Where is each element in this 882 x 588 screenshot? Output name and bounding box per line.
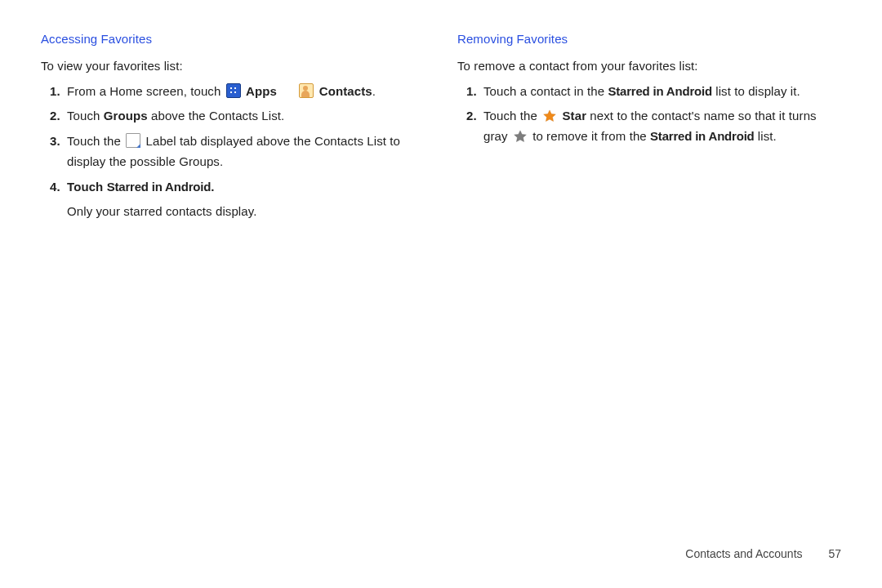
r-step-2: Touch the Star next to the contact's nam… bbox=[480, 106, 841, 147]
step-3-a: Touch the bbox=[67, 134, 124, 148]
page-footer: Contacts and Accounts 57 bbox=[685, 547, 841, 560]
r-step-2-d: to remove it from the bbox=[532, 129, 650, 143]
removing-intro: To remove a contact from your favorites … bbox=[457, 56, 841, 77]
footer-page-number: 57 bbox=[828, 547, 841, 560]
step-1-text-a: From a Home screen, touch bbox=[67, 84, 225, 98]
r-step-1-a: Touch a contact in the bbox=[483, 84, 608, 98]
left-column: Accessing Favorites To view your favorit… bbox=[41, 29, 425, 227]
accessing-favorites-heading: Accessing Favorites bbox=[41, 29, 425, 50]
removing-favorites-heading: Removing Favorites bbox=[457, 29, 841, 50]
step-4-sub: Only your starred contacts display. bbox=[67, 202, 425, 222]
r-step-1: Touch a contact in the Starred in Androi… bbox=[480, 82, 841, 102]
r-step-1-starred: Starred in Android bbox=[608, 84, 712, 98]
step-4-starred: Starred in Android bbox=[107, 180, 212, 194]
step-1: From a Home screen, touch Apps Contacts. bbox=[64, 82, 425, 102]
step-2: Touch Groups above the Contacts List. bbox=[64, 106, 425, 127]
accessing-steps: From a Home screen, touch Apps Contacts.… bbox=[41, 82, 425, 223]
r-step-2-starred2: Starred in Android bbox=[650, 129, 755, 143]
two-column-layout: Accessing Favorites To view your favorit… bbox=[41, 29, 841, 227]
step-2-c: above the Contacts List. bbox=[148, 109, 285, 122]
r-step-2-a: Touch the bbox=[483, 109, 541, 122]
star-orange-icon bbox=[542, 109, 557, 123]
accessing-intro: To view your favorites list: bbox=[41, 56, 425, 77]
label-tab-icon bbox=[126, 133, 140, 148]
right-column: Removing Favorites To remove a contact f… bbox=[457, 29, 841, 227]
step-1-period: . bbox=[372, 84, 376, 98]
step-2-a: Touch bbox=[67, 109, 104, 122]
step-3: Touch the Label tab displayed above the … bbox=[64, 131, 425, 172]
contacts-avatar-icon bbox=[299, 83, 314, 98]
step-4-lead: Touch bbox=[67, 180, 107, 194]
apps-grid-icon bbox=[226, 83, 241, 98]
step-2-groups: Groups bbox=[104, 109, 148, 122]
star-gray-icon bbox=[513, 129, 528, 144]
step-4: Touch Starred in Android. Only your star… bbox=[64, 177, 425, 223]
r-step-2-star-label: Star bbox=[563, 109, 587, 122]
r-step-1-c: list to display it. bbox=[712, 84, 800, 98]
r-step-2-f: list. bbox=[755, 129, 777, 143]
manual-page: Accessing Favorites To view your favorit… bbox=[0, 0, 882, 588]
step-4-period: . bbox=[211, 180, 214, 194]
removing-steps: Touch a contact in the Starred in Androi… bbox=[457, 82, 841, 147]
step-1-apps-label: Apps bbox=[246, 84, 277, 98]
footer-section: Contacts and Accounts bbox=[685, 547, 802, 560]
step-1-contacts-label: Contacts bbox=[319, 84, 372, 98]
